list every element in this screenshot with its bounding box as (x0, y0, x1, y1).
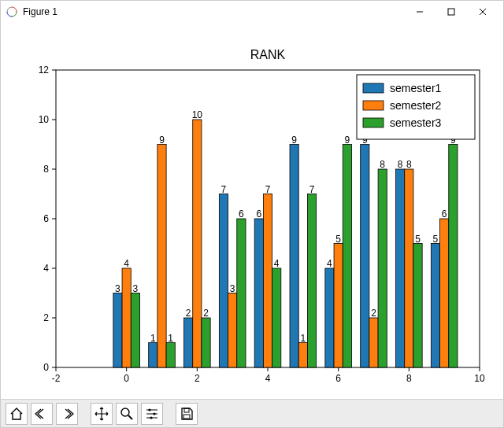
home-button[interactable] (6, 403, 28, 425)
y-tick-label: 12 (39, 65, 50, 76)
svg-point-8 (148, 408, 150, 411)
bar-label: 9 (291, 135, 297, 146)
bar-label: 7 (265, 184, 271, 195)
bar-label: 3 (230, 283, 235, 294)
bar-label: 3 (133, 283, 139, 294)
y-tick-label: 2 (43, 312, 49, 323)
x-tick-label: -2 (52, 373, 61, 384)
bar-label: 8 (398, 159, 403, 170)
pan-button[interactable] (91, 403, 113, 425)
svg-point-9 (153, 412, 155, 415)
bar-label: 9 (159, 135, 165, 146)
bar-semester1 (361, 145, 369, 368)
save-button[interactable] (176, 403, 198, 425)
bar-semester2 (263, 194, 272, 368)
bar-label: 5 (433, 234, 439, 245)
forward-button[interactable] (56, 403, 78, 425)
legend-swatch (363, 118, 384, 127)
titlebar: Figure 1 (1, 1, 503, 23)
bar-label: 1 (150, 333, 156, 344)
bar-semester1 (184, 318, 193, 367)
y-tick-label: 6 (43, 213, 49, 224)
svg-rect-11 (184, 408, 189, 412)
bar-semester3 (166, 343, 175, 368)
bar-label: 2 (203, 308, 209, 319)
bar-semester1 (431, 244, 439, 368)
bar-label: 10 (192, 109, 203, 120)
bar-semester2 (158, 145, 166, 368)
legend-swatch (363, 101, 384, 110)
forward-icon (60, 407, 74, 421)
window-title: Figure 1 (23, 6, 57, 17)
bar-semester2 (369, 318, 378, 367)
bar-semester1 (254, 219, 263, 367)
matplotlib-toolbar (1, 399, 503, 427)
maximize-button[interactable] (435, 1, 467, 23)
x-tick-label: 0 (124, 373, 129, 384)
bar-semester3 (237, 219, 246, 367)
back-button[interactable] (31, 403, 53, 425)
legend-swatch (363, 83, 384, 93)
bar-semester3 (343, 145, 351, 368)
bar-label: 5 (415, 234, 421, 245)
bar-label: 3 (115, 283, 120, 294)
x-tick-label: 8 (406, 373, 412, 384)
x-tick-label: 6 (335, 373, 341, 384)
y-tick-label: 0 (43, 362, 49, 373)
figure-canvas[interactable]: RANK-20246810024681012312769498549103715… (1, 23, 503, 399)
back-icon (35, 407, 49, 421)
bar-semester1 (396, 169, 405, 367)
svg-line-7 (128, 415, 132, 419)
bar-label: 4 (274, 258, 280, 269)
bar-semester3 (272, 268, 281, 367)
bar-label: 4 (124, 258, 129, 269)
bar-semester2 (334, 244, 343, 368)
bar-semester1 (113, 293, 122, 368)
bar-label: 1 (168, 333, 173, 344)
x-tick-label: 4 (265, 373, 271, 384)
x-tick-label: 2 (195, 373, 200, 384)
bar-label: 4 (327, 258, 332, 269)
legend: semester1semester2semester3 (357, 75, 475, 139)
app-icon (6, 6, 18, 18)
configure-subplots-button[interactable] (141, 403, 163, 425)
save-icon (180, 407, 194, 421)
bar-label: 7 (221, 184, 227, 195)
legend-label: semester1 (390, 82, 442, 94)
bar-label: 6 (256, 208, 261, 220)
svg-rect-2 (448, 9, 454, 15)
y-tick-label: 4 (43, 263, 49, 274)
svg-rect-12 (183, 415, 190, 419)
bar-semester1 (149, 343, 158, 368)
legend-label: semester3 (390, 116, 442, 129)
bar-label: 6 (239, 208, 244, 220)
bar-semester3 (131, 293, 139, 368)
zoom-button[interactable] (116, 403, 138, 425)
legend-label: semester2 (390, 99, 442, 112)
bar-label: 2 (186, 308, 191, 319)
close-button[interactable] (467, 1, 498, 23)
figure-window: Figure 1 RANK-20246810024681012312769498… (0, 0, 504, 428)
bar-semester2 (193, 120, 202, 367)
svg-point-6 (121, 408, 129, 416)
svg-point-10 (150, 416, 152, 419)
home-icon (9, 407, 24, 421)
bar-semester1 (325, 268, 334, 367)
bar-semester1 (290, 145, 298, 368)
bar-label: 1 (300, 333, 306, 344)
bar-semester3 (307, 194, 316, 368)
minimize-button[interactable] (404, 1, 435, 23)
bar-semester2 (405, 169, 413, 367)
bar-semester2 (298, 343, 307, 368)
bar-label: 2 (371, 308, 376, 319)
chart-title: RANK (250, 48, 286, 61)
y-tick-label: 10 (39, 114, 50, 125)
bar-semester2 (122, 268, 131, 367)
x-tick-label: 10 (474, 373, 485, 384)
configure-icon (145, 407, 159, 421)
bar-semester3 (202, 318, 210, 367)
bar-semester3 (413, 244, 422, 368)
bar-semester1 (219, 194, 228, 368)
bar-label: 7 (309, 184, 315, 195)
bar-label: 8 (380, 159, 385, 170)
